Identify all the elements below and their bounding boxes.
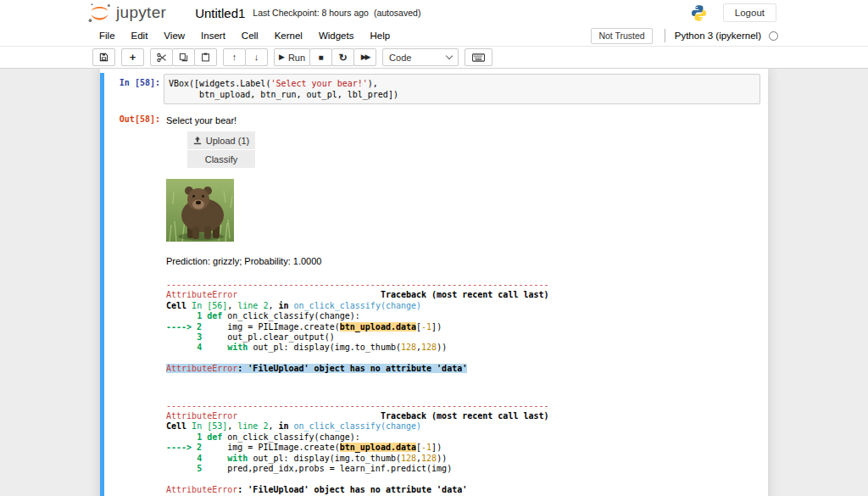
menu-insert[interactable]: Insert: [194, 27, 232, 44]
copy-icon: [179, 53, 188, 62]
code-token: 128: [401, 343, 416, 352]
copy-cell-button[interactable]: [172, 48, 195, 66]
code-line: ----------------------------------------…: [166, 401, 761, 411]
interrupt-kernel-button[interactable]: ■: [309, 48, 332, 66]
code-token: ),: [368, 79, 378, 88]
jupyter-logo[interactable]: jupyter: [87, 2, 166, 25]
code-token: 128: [421, 343, 437, 352]
code-line: AttributeError Traceback (most recent ca…: [166, 411, 761, 421]
code-token: on_click_classify(change):: [222, 432, 360, 442]
kernel-name: Python 3 (ipykernel): [675, 31, 761, 41]
menu-file[interactable]: File: [92, 27, 122, 44]
autosave-status: (autosaved): [374, 8, 420, 18]
output-area: Select your bear! Upload (1) Classify: [164, 112, 768, 495]
run-icon: ▶: [279, 53, 285, 61]
code-line: 3 out_pl.clear_output(): [166, 332, 761, 343]
code-token: [166, 311, 197, 320]
code-line: 4 with out_pl: display(img.to_thumb(128,…: [166, 343, 761, 353]
add-cell-button[interactable]: +: [121, 48, 144, 66]
code-token: AttributeError: [166, 290, 237, 299]
code-token: Traceback (most recent call last): [381, 290, 549, 299]
code-token: with: [227, 343, 248, 352]
keyboard-icon: [472, 53, 485, 62]
move-cell-up-button[interactable]: ↑: [223, 48, 246, 66]
code-editor[interactable]: VBox([widgets.Label('Select your bear!')…: [164, 74, 760, 104]
error-traceback-2: ----------------------------------------…: [166, 401, 761, 496]
run-label: Run: [288, 53, 305, 63]
code-token: AttributeError: [166, 411, 237, 421]
code-token: line 2: [237, 301, 268, 310]
code-token: Cell: [166, 301, 192, 310]
move-cell-down-button[interactable]: ↓: [245, 48, 268, 66]
input-prompt: In [58]:: [104, 74, 164, 104]
menu-edit[interactable]: Edit: [125, 27, 155, 44]
code-token: 'Select your bear!': [270, 79, 367, 88]
code-token: )): [437, 454, 447, 463]
menu-cell[interactable]: Cell: [235, 27, 265, 44]
code-token: ]): [431, 322, 442, 332]
jupyter-wordmark: jupyter: [116, 3, 166, 22]
code-token: btn_upload, btn_run, out_pl, lbl_pred]): [169, 90, 398, 99]
menu-help[interactable]: Help: [363, 27, 397, 44]
code-token: ----------------------------------------…: [166, 280, 549, 289]
cell-input-row: In [58]: VBox([widgets.Label('Select you…: [104, 74, 768, 104]
code-content: VBox([widgets.Label('Select your bear!')…: [169, 78, 755, 100]
upload-button-label: Upload (1): [206, 136, 249, 146]
classify-button[interactable]: Classify: [187, 150, 255, 168]
stop-icon: ■: [319, 53, 324, 62]
code-token: : 'FileUpload' object has no attribute '…: [237, 485, 467, 494]
notebook-scroll-area[interactable]: In [58]: VBox([widgets.Label('Select you…: [0, 69, 868, 496]
code-token: img = PILImage.create(: [202, 443, 340, 452]
scissors-icon: [157, 53, 167, 63]
not-trusted-button[interactable]: Not Trusted: [591, 28, 652, 44]
code-token: ----> 2: [166, 322, 202, 332]
cell-output-row: Out[58]: Select your bear! Upload (1) Cl…: [104, 112, 768, 495]
code-line: 4 with out_pl: display(img.to_thumb(128,…: [166, 454, 761, 464]
widget-label: Select your bear!: [166, 115, 761, 125]
selected-code-cell[interactable]: In [58]: VBox([widgets.Label('Select you…: [100, 73, 768, 496]
toolbar: + ↑ ↓ ▶ Run ■ ↻ ▶▶ Code: [0, 47, 868, 69]
cut-cell-button[interactable]: [150, 48, 173, 66]
restart-run-all-button[interactable]: ▶▶: [353, 48, 376, 66]
code-token: in: [278, 421, 293, 431]
arrow-up-icon: ↑: [232, 53, 237, 62]
run-button[interactable]: ▶ Run: [274, 48, 310, 66]
code-token: def: [207, 311, 222, 320]
menu-view[interactable]: View: [157, 27, 192, 44]
code-token: out_pl: display(img.to_thumb(: [248, 343, 401, 352]
menu-bar: File Edit View Insert Cell Kernel Widget…: [0, 25, 868, 47]
code-token: on_click_classify(change): [294, 421, 422, 431]
save-icon: [99, 53, 108, 62]
menu-widgets[interactable]: Widgets: [312, 27, 361, 44]
save-button[interactable]: [92, 48, 115, 66]
checkpoint-status: Last Checkpoint: 8 hours ago: [253, 8, 369, 18]
code-line: [166, 354, 761, 364]
code-token: ,: [268, 301, 278, 310]
code-token: out_pl: display(img.to_thumb(: [248, 454, 401, 463]
upload-button[interactable]: Upload (1): [187, 131, 255, 149]
logout-button[interactable]: Logout: [723, 3, 776, 22]
code-line: AttributeError Traceback (most recent ca…: [166, 290, 761, 300]
command-palette-button[interactable]: [465, 48, 492, 66]
code-token: 128: [401, 454, 416, 463]
code-token: -1: [421, 322, 431, 332]
menu-kernel[interactable]: Kernel: [268, 27, 309, 44]
code-token: 128: [421, 454, 437, 463]
code-token: Cell: [166, 421, 192, 431]
title-bar: jupyter Untitled1 Last Checkpoint: 8 hou…: [0, 0, 868, 25]
plus-icon: +: [130, 52, 136, 63]
paste-cell-button[interactable]: [194, 48, 217, 66]
code-line: ----------------------------------------…: [166, 280, 761, 290]
code-token: pred,pred_idx,probs = learn_inf.predict(…: [202, 464, 452, 473]
code-token: In [53]: [192, 421, 227, 431]
cell-type-value: Code: [389, 53, 447, 63]
cell-type-dropdown[interactable]: Code: [382, 48, 459, 66]
kernel-idle-icon: [769, 31, 778, 41]
menubar-divider: [665, 29, 665, 42]
code-token: [166, 432, 197, 442]
code-token: img = PILImage.create(: [202, 322, 340, 332]
notebook-title[interactable]: Untitled1: [195, 6, 245, 20]
code-token: [166, 343, 197, 352]
code-token: def: [207, 432, 222, 442]
restart-kernel-button[interactable]: ↻: [331, 48, 354, 66]
